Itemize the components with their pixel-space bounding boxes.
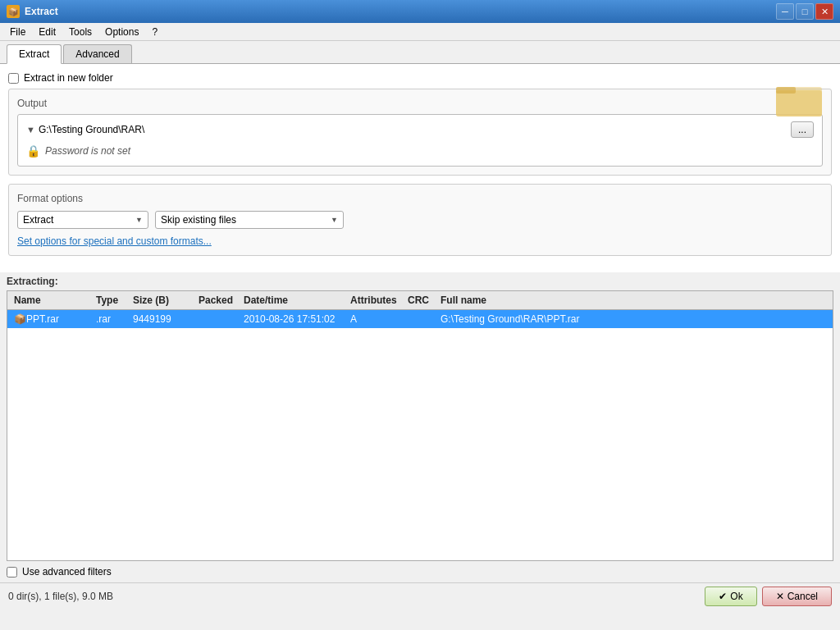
window-controls: ─ □ ✕ xyxy=(776,3,833,20)
password-row: 🔒 Password is not set xyxy=(26,143,814,159)
window-title: Extract xyxy=(25,6,776,17)
ok-button[interactable]: ✔ Ok xyxy=(705,587,756,606)
action-buttons: ✔ Ok ✕ Cancel xyxy=(705,587,832,606)
skip-dropdown-arrow: ▼ xyxy=(331,216,338,224)
menu-bar: File Edit Tools Options ? xyxy=(0,23,840,41)
header-name: Name xyxy=(11,293,93,308)
output-label: Output xyxy=(17,98,823,109)
dropdowns-row: Extract ▼ Skip existing files ▼ xyxy=(17,211,823,229)
close-button[interactable]: ✕ xyxy=(815,3,833,20)
main-content: Extract in new folder Output ▼ G:\Testin… xyxy=(0,64,840,272)
browse-button[interactable]: ... xyxy=(791,121,814,138)
format-options-panel: Format options Extract ▼ Skip existing f… xyxy=(8,184,832,256)
existing-files-value: Skip existing files xyxy=(161,214,236,226)
tab-extract[interactable]: Extract xyxy=(7,44,62,64)
svg-rect-1 xyxy=(776,90,822,116)
rar-icon: 📦 xyxy=(14,313,26,325)
header-type: Type xyxy=(93,293,130,308)
ok-label: Ok xyxy=(730,591,742,602)
cell-crc xyxy=(404,317,437,321)
header-crc: CRC xyxy=(404,293,437,308)
status-bar: 0 dir(s), 1 file(s), 9.0 MB ✔ Ok ✕ Cance… xyxy=(0,582,840,609)
menu-tools[interactable]: Tools xyxy=(62,25,98,39)
output-path: G:\Testing Ground\RAR\ xyxy=(39,124,788,135)
folder-icon-large xyxy=(776,79,825,121)
cell-fullname: G:\Testing Ground\RAR\PPT.rar xyxy=(437,312,829,326)
svg-rect-2 xyxy=(776,87,796,94)
file-list-container[interactable]: Name Type Size (B) Packed Date/time Attr… xyxy=(7,290,833,561)
bottom-bar: Use advanced filters xyxy=(0,561,840,582)
table-row[interactable]: 📦PPT.rar .rar 9449199 2010-08-26 17:51:0… xyxy=(7,310,833,328)
tab-bar: Extract Advanced xyxy=(0,41,840,64)
extract-dropdown-arrow: ▼ xyxy=(135,216,143,224)
use-advanced-filters-checkbox[interactable] xyxy=(7,567,17,578)
tab-advanced[interactable]: Advanced xyxy=(63,44,131,63)
header-attributes: Attributes xyxy=(347,293,404,308)
lock-icon: 🔒 xyxy=(26,144,40,158)
header-datetime: Date/time xyxy=(240,293,347,308)
cell-type: .rar xyxy=(93,312,130,326)
format-options-label: Format options xyxy=(17,193,823,204)
header-fullname: Full name xyxy=(437,293,829,308)
file-list-header: Name Type Size (B) Packed Date/time Attr… xyxy=(7,291,833,310)
menu-help[interactable]: ? xyxy=(145,25,164,39)
password-label: Password is not set xyxy=(45,145,130,157)
header-size: Size (B) xyxy=(130,293,195,308)
window-icon: 📦 xyxy=(7,5,20,18)
menu-options[interactable]: Options xyxy=(98,25,145,39)
extract-mode-dropdown[interactable]: Extract ▼ xyxy=(17,211,148,229)
extract-in-new-folder-row: Extract in new folder xyxy=(8,72,832,84)
cell-size: 9449199 xyxy=(130,312,195,326)
output-panel: Output ▼ G:\Testing Ground\RAR\ ... 🔒 Pa… xyxy=(8,89,832,176)
cancel-label: Cancel xyxy=(788,591,818,602)
status-text: 0 dir(s), 1 file(s), 9.0 MB xyxy=(8,591,113,602)
use-advanced-filters-label: Use advanced filters xyxy=(22,566,112,578)
cell-name: 📦PPT.rar xyxy=(11,312,93,326)
extracting-label: Extracting: xyxy=(0,272,840,290)
header-packed: Packed xyxy=(195,293,240,308)
ok-checkmark-icon: ✔ xyxy=(719,591,727,602)
cell-packed xyxy=(195,317,240,321)
menu-file[interactable]: File xyxy=(3,25,32,39)
menu-edit[interactable]: Edit xyxy=(32,25,62,39)
file-rows: 📦PPT.rar .rar 9449199 2010-08-26 17:51:0… xyxy=(7,310,833,328)
output-section: ▼ G:\Testing Ground\RAR\ ... 🔒 Password … xyxy=(17,114,823,167)
extract-in-new-folder-checkbox[interactable] xyxy=(8,73,19,84)
extract-in-new-folder-label: Extract in new folder xyxy=(24,72,113,84)
title-bar: 📦 Extract ─ □ ✕ xyxy=(0,0,840,23)
minimize-button[interactable]: ─ xyxy=(776,3,794,20)
cancel-button[interactable]: ✕ Cancel xyxy=(762,587,832,606)
path-arrow: ▼ xyxy=(26,125,35,135)
maximize-button[interactable]: □ xyxy=(796,3,814,20)
path-row: ▼ G:\Testing Ground\RAR\ ... xyxy=(26,121,814,138)
special-formats-link[interactable]: Set options for special and custom forma… xyxy=(17,235,823,247)
extract-mode-value: Extract xyxy=(23,214,53,226)
cancel-x-icon: ✕ xyxy=(776,591,784,602)
existing-files-dropdown[interactable]: Skip existing files ▼ xyxy=(155,211,344,229)
cell-datetime: 2010-08-26 17:51:02 xyxy=(240,312,347,326)
cell-attributes: A xyxy=(347,312,404,326)
